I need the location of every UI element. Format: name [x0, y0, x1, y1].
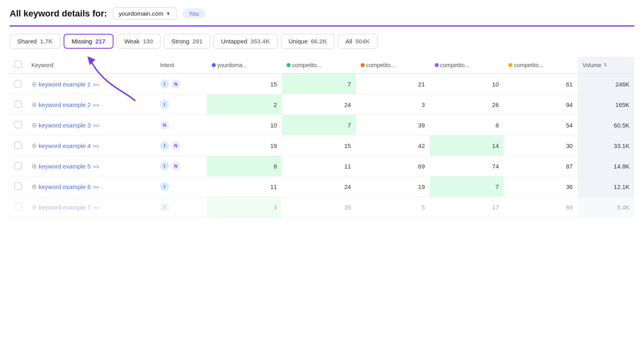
intent-badge-i: I	[160, 162, 169, 170]
competitor2-rank: 21	[356, 74, 430, 94]
keyword-link[interactable]: keyword example 2	[39, 101, 91, 108]
competitor2-rank: 5	[356, 197, 430, 218]
dot-icon	[361, 63, 365, 67]
add-icon[interactable]: ⊕	[31, 80, 37, 88]
competitor1-rank: 24	[282, 94, 356, 115]
tab-all[interactable]: All 504K	[338, 34, 378, 49]
intent-cell: IN	[155, 156, 207, 177]
add-icon[interactable]: ⊕	[31, 101, 37, 109]
add-icon[interactable]: ⊕	[31, 203, 37, 211]
page-title: All keyword details for:	[10, 8, 107, 19]
competitor4-rank: 54	[504, 115, 578, 136]
add-icon[interactable]: ⊕	[31, 183, 37, 191]
yourdomain-rank: 19	[207, 136, 282, 156]
keyword-link[interactable]: keyword example 7	[39, 204, 91, 211]
dot-icon	[287, 63, 291, 67]
yourdomain-rank: 2	[207, 94, 282, 115]
dot-icon	[435, 63, 439, 67]
tab-label: Untapped	[221, 38, 247, 45]
competitor4-rank: 87	[504, 156, 578, 177]
tab-count: 217	[95, 38, 105, 45]
competitor1-rank: 11	[282, 156, 356, 177]
competitor3-rank: 10	[430, 74, 504, 94]
table-row: ⊕keyword example 3 >>N1073985460.5K	[10, 115, 634, 136]
keyword-link[interactable]: keyword example 6	[39, 183, 91, 190]
col-label: competito...	[292, 62, 321, 68]
intent-cell: I	[155, 177, 207, 197]
tab-label: Missing	[72, 38, 92, 45]
keyword-cell: ⊕keyword example 7 >>	[27, 197, 155, 218]
tab-count: 291	[192, 38, 202, 45]
row-checkbox[interactable]	[14, 183, 22, 190]
competitor3-rank: 26	[430, 94, 504, 115]
sort-icon[interactable]: ⇅	[603, 62, 607, 68]
row-checkbox[interactable]	[14, 162, 22, 169]
you-badge: You	[182, 8, 205, 18]
add-icon[interactable]: ⊕	[31, 121, 37, 129]
expand-icon[interactable]: >>	[91, 205, 99, 211]
intent-badge-i: I	[160, 203, 169, 212]
select-all-checkbox[interactable]	[14, 61, 22, 68]
keyword-link[interactable]: keyword example 4	[39, 142, 91, 149]
volume-cell: 246K	[578, 74, 634, 94]
competitor3-rank: 14	[430, 136, 504, 156]
col-header-intent: Intent	[155, 57, 207, 74]
tab-strong[interactable]: Strong 291	[164, 34, 210, 49]
intent-cell: IN	[155, 136, 207, 156]
competitor2-rank: 39	[356, 115, 430, 136]
yourdomain-rank: 10	[207, 115, 282, 136]
keyword-link[interactable]: keyword example 3	[39, 122, 91, 129]
tabs-bar: Shared 1.7KMissing 217Weak 130Strong 291…	[10, 34, 634, 49]
col-label: competito...	[514, 62, 543, 68]
keyword-cell: ⊕keyword example 3 >>	[27, 115, 155, 136]
row-checkbox[interactable]	[14, 101, 22, 108]
col-header-volume[interactable]: Volume ⇅	[578, 57, 634, 74]
tab-untapped[interactable]: Untapped 353.4K	[213, 34, 277, 49]
expand-icon[interactable]: >>	[91, 82, 99, 88]
domain-selector[interactable]: yourdomain.com ▼	[113, 7, 177, 20]
row-checkbox[interactable]	[14, 203, 22, 210]
expand-icon[interactable]: >>	[91, 184, 99, 190]
domain-label: yourdomain.com	[119, 10, 163, 17]
keyword-link[interactable]: keyword example 1	[39, 81, 91, 88]
intent-badge-i: I	[160, 182, 169, 191]
competitor1-rank: 24	[282, 177, 356, 197]
row-checkbox[interactable]	[14, 80, 22, 87]
dot-icon	[508, 63, 512, 67]
tab-count: 1.7K	[40, 38, 53, 45]
volume-cell: 60.5K	[578, 115, 634, 136]
tab-count: 353.4K	[250, 38, 270, 45]
competitor3-rank: 74	[430, 156, 504, 177]
intent-cell: I	[155, 197, 207, 218]
tab-shared[interactable]: Shared 1.7K	[10, 34, 60, 49]
expand-icon[interactable]: >>	[91, 164, 99, 170]
tab-weak[interactable]: Weak 130	[117, 34, 161, 49]
row-checkbox[interactable]	[14, 142, 22, 149]
volume-cell: 14.8K	[578, 156, 634, 177]
competitor1-rank: 7	[282, 74, 356, 94]
tab-label: Unique	[289, 38, 308, 45]
tab-label: Weak	[124, 38, 140, 45]
table-row: ⊕keyword example 7 >>I335517895.4K	[10, 197, 634, 218]
tab-count: 66.2K	[311, 38, 327, 45]
col-label: competito...	[440, 62, 469, 68]
competitor2-rank: 69	[356, 156, 430, 177]
expand-icon[interactable]: >>	[91, 123, 99, 129]
yourdomain-rank: 8	[207, 156, 282, 177]
tab-missing[interactable]: Missing 217	[64, 34, 114, 49]
expand-icon[interactable]: >>	[91, 102, 99, 108]
keyword-cell: ⊕keyword example 1 >>	[27, 74, 155, 94]
table-row: ⊕keyword example 5 >>IN81169748714.8K	[10, 156, 634, 177]
table-row: ⊕keyword example 6 >>I11241973612.1K	[10, 177, 634, 197]
competitor1-rank: 35	[282, 197, 356, 218]
keyword-link[interactable]: keyword example 5	[39, 163, 91, 170]
add-icon[interactable]: ⊕	[31, 162, 37, 170]
add-icon[interactable]: ⊕	[31, 142, 37, 150]
tab-unique[interactable]: Unique 66.2K	[281, 34, 335, 49]
row-checkbox[interactable]	[14, 121, 22, 128]
competitor1-rank: 15	[282, 136, 356, 156]
competitor4-rank: 30	[504, 136, 578, 156]
expand-icon[interactable]: >>	[91, 143, 99, 149]
col-label: yourdomа...	[217, 62, 247, 68]
col-header-keyword: Keyword	[27, 57, 155, 74]
